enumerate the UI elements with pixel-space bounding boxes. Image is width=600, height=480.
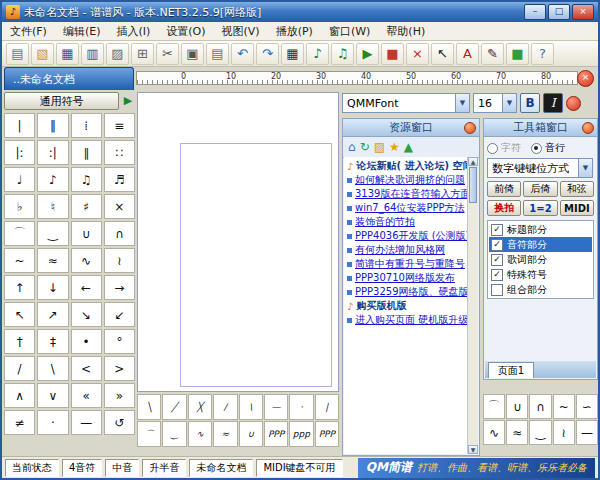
text-icon[interactable]: A	[456, 43, 479, 65]
document-area[interactable]	[137, 92, 339, 392]
chevron-down-icon[interactable]: ▼	[578, 159, 592, 177]
strip-symbol-button[interactable]: ‿	[162, 421, 186, 447]
minimize-button[interactable]: –	[524, 4, 546, 20]
redo-icon[interactable]: ↷	[256, 43, 279, 65]
strip-symbol-button[interactable]: ∪	[239, 421, 263, 447]
undo-icon[interactable]: ↶	[231, 43, 254, 65]
resource-link[interactable]: 装饰音的节拍	[355, 215, 415, 229]
italic-button[interactable]: I	[543, 93, 563, 113]
input-mode-radio[interactable]: 字符	[487, 141, 521, 155]
menu-item[interactable]: 编辑(E)	[55, 23, 109, 40]
palette-symbol-button[interactable]: ∩	[104, 221, 135, 246]
palette-symbol-button[interactable]: ≡	[104, 113, 135, 138]
palette-symbol-button[interactable]: ♫	[71, 167, 102, 192]
action-button[interactable]: 换拍	[487, 200, 521, 216]
palette-symbol-button[interactable]: ♪	[37, 167, 68, 192]
palette-symbol-button[interactable]: ~	[4, 248, 35, 273]
palette-symbol-button[interactable]: ⌒	[4, 221, 35, 246]
palette-symbol-button[interactable]: ↗	[37, 302, 68, 327]
palette-symbol-button[interactable]: ⁞	[71, 113, 102, 138]
paste-icon[interactable]: ▤	[206, 43, 229, 65]
ornament-symbol-button[interactable]: ~	[553, 394, 575, 419]
action-button[interactable]: 1=2	[523, 200, 557, 216]
strip-symbol-button[interactable]: ≈	[213, 421, 237, 447]
palette-symbol-button[interactable]: ↙	[104, 302, 135, 327]
ornament-symbol-button[interactable]: ⌒	[483, 394, 505, 419]
scroll-up-icon[interactable]: ▲	[468, 157, 478, 166]
save-as-icon[interactable]: ▥	[81, 43, 104, 65]
palette-symbol-button[interactable]: |:	[4, 140, 35, 165]
palette-symbol-button[interactable]: ↺	[104, 410, 135, 435]
close-button[interactable]: ×	[572, 4, 594, 20]
maximize-button[interactable]: □	[548, 4, 570, 20]
part-check-row[interactable]: 音符部分	[489, 237, 592, 252]
palette-symbol-button[interactable]: •	[71, 329, 102, 354]
strip-symbol-button[interactable]: ⌒	[137, 421, 161, 447]
print-preview-icon[interactable]: ⊞	[131, 43, 154, 65]
resource-link[interactable]: PPP30710网络版发布	[355, 271, 455, 285]
palette-symbol-button[interactable]: ‿	[37, 221, 68, 246]
resource-link[interactable]: 3139版在连音符输入方面	[355, 187, 467, 201]
palette-symbol-button[interactable]: ↘	[71, 302, 102, 327]
scroll-down-icon[interactable]: ▼	[468, 445, 478, 454]
part-check-row[interactable]: 组合部分	[489, 282, 592, 297]
strip-symbol-button[interactable]: PPP	[315, 421, 339, 447]
palette-symbol-button[interactable]: ∷	[104, 140, 135, 165]
palette-symbol-button[interactable]: †	[4, 329, 35, 354]
palette-scroll-right-icon[interactable]: ▶	[121, 93, 135, 109]
strip-symbol-button[interactable]: —	[264, 394, 288, 420]
ornament-symbol-button[interactable]: ‿	[529, 420, 551, 445]
favorite-icon[interactable]: ★	[389, 140, 400, 154]
strip-symbol-button[interactable]: /	[213, 394, 237, 420]
stop-icon[interactable]: ■	[381, 43, 404, 65]
palette-symbol-button[interactable]: ·	[37, 410, 68, 435]
palette-symbol-button[interactable]: \	[37, 356, 68, 381]
palette-symbol-button[interactable]: ↓	[37, 275, 68, 300]
help-icon[interactable]: ?	[531, 43, 554, 65]
resource-link[interactable]: PPP4036开发版 (公测版)	[355, 229, 467, 243]
menu-item[interactable]: 设置(O)	[158, 23, 213, 40]
cut-icon[interactable]: ✂	[156, 43, 179, 65]
palette-symbol-button[interactable]: ♩	[4, 167, 35, 192]
palette-symbol-button[interactable]: ↖	[4, 302, 35, 327]
strip-symbol-button[interactable]: PPP	[264, 421, 288, 447]
menu-item[interactable]: 视图(V)	[214, 23, 268, 40]
resource-link[interactable]: 进入购买页面 硬机版升级	[355, 313, 467, 327]
panel-close-icon[interactable]	[464, 122, 476, 134]
refresh-icon[interactable]: ↻	[360, 140, 370, 154]
palette-symbol-button[interactable]: ≀	[104, 248, 135, 273]
home-icon[interactable]: ⌂	[348, 140, 356, 154]
chord-icon[interactable]: ♫	[331, 43, 354, 65]
note-icon[interactable]: ♪	[306, 43, 329, 65]
strip-symbol-button[interactable]: ppp	[289, 421, 313, 447]
chevron-down-icon[interactable]: ▼	[455, 94, 469, 112]
edit-icon[interactable]: ✎	[481, 43, 504, 65]
strip-symbol-button[interactable]: ╳	[188, 394, 212, 420]
strip-symbol-button[interactable]: ╲	[137, 394, 161, 420]
font-size-combo[interactable]: 16 ▼	[473, 93, 517, 113]
menu-item[interactable]: 播放(P)	[268, 23, 321, 40]
keymode-combo[interactable]: 数字键键位方式 ▼	[487, 158, 593, 178]
up-icon[interactable]: ▲	[404, 140, 413, 154]
play-icon[interactable]: ▶	[356, 43, 379, 65]
palette-symbol-button[interactable]: ∨	[37, 383, 68, 408]
ornament-symbol-button[interactable]: ∪	[506, 394, 528, 419]
copy-icon[interactable]: ▣	[181, 43, 204, 65]
resource-link[interactable]: 如何解决歌词拥挤的问题	[355, 173, 465, 187]
save-icon[interactable]: ▦	[56, 43, 79, 65]
resource-link[interactable]: 简谱中有重升号与重降号	[355, 257, 465, 271]
palette-symbol-button[interactable]: ‖	[37, 113, 68, 138]
strip-symbol-button[interactable]: ∿	[188, 421, 212, 447]
part-check-row[interactable]: 特殊符号	[489, 267, 592, 282]
cursor-icon[interactable]: ↖	[431, 43, 454, 65]
palette-symbol-button[interactable]: ♮	[37, 194, 68, 219]
new-document-icon[interactable]: ▤	[6, 43, 29, 65]
checkbox-icon[interactable]	[491, 269, 503, 281]
palette-symbol-button[interactable]: ∪	[71, 221, 102, 246]
palette-symbol-button[interactable]: ∿	[71, 248, 102, 273]
ornament-symbol-button[interactable]: ≈	[506, 420, 528, 445]
grace-note-button[interactable]: 前倚	[487, 181, 521, 197]
resource-link[interactable]: 论坛新贴( 进入论坛) 空间	[356, 159, 467, 173]
print-icon[interactable]: ▨	[106, 43, 129, 65]
document-tab[interactable]: ..未命名文档	[4, 67, 134, 90]
